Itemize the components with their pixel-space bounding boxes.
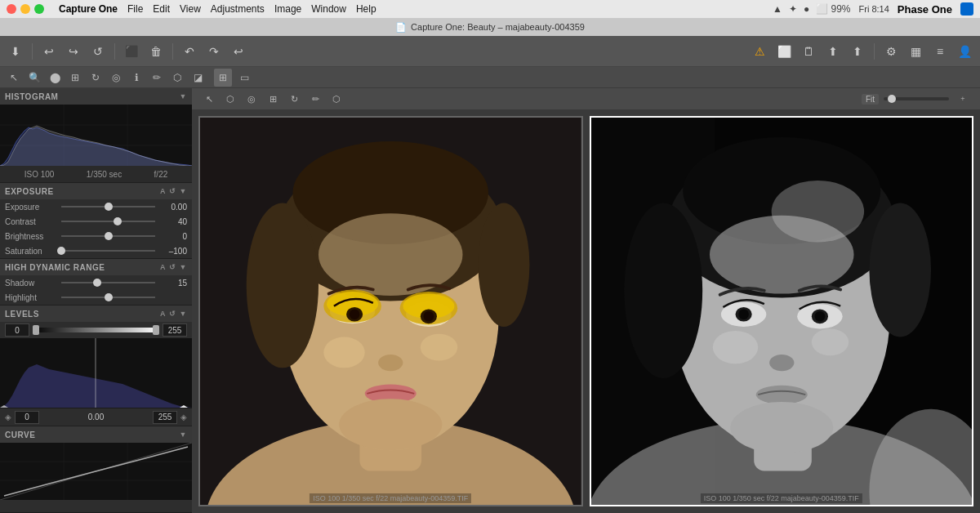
fit-button[interactable]: Fit <box>862 94 879 105</box>
photo-caption-bw: ISO 100 1/350 sec f/22 majabeauty-004359… <box>701 493 862 503</box>
curve-header[interactable]: CURVE ▼ <box>0 426 192 443</box>
exposure-value: 0.00 <box>158 203 187 212</box>
svg-point-59 <box>755 386 807 404</box>
crop-viewer-icon[interactable]: ⊞ <box>264 90 282 108</box>
menubar-right: ▲ ✦ ● ⬜ 99% Fri 8:14 Phase One <box>773 2 973 16</box>
cursor-viewer-icon[interactable]: ↖ <box>200 90 218 108</box>
spot-tool[interactable]: ◎ <box>107 69 125 87</box>
exposure-reset-icon[interactable]: ↺ <box>169 187 176 195</box>
menu-image[interactable]: Image <box>274 3 301 15</box>
levels-gradient-bar <box>33 328 159 332</box>
lasso-tool[interactable]: ⬤ <box>46 69 64 87</box>
levels-max-input[interactable] <box>163 323 187 337</box>
fullscreen-button[interactable] <box>34 4 44 14</box>
single-view-button[interactable]: ▭ <box>235 69 253 87</box>
menu-edit[interactable]: Edit <box>153 3 170 15</box>
mask2-viewer-icon[interactable]: ⬡ <box>327 90 345 108</box>
settings-button[interactable]: ⚙ <box>880 41 902 62</box>
close-button[interactable] <box>7 4 16 14</box>
brush-tool[interactable]: ✏ <box>148 69 166 87</box>
rotate-viewer-icon[interactable]: ↻ <box>285 90 303 108</box>
curve-menu-icon[interactable]: ▼ <box>180 430 187 439</box>
levels-right-handle[interactable] <box>153 325 159 335</box>
aperture-value: f/22 <box>154 170 168 179</box>
delete-button[interactable]: 🗑 <box>145 41 167 62</box>
hdr-menu-icon[interactable]: ▼ <box>180 263 187 271</box>
levels-min-input[interactable] <box>5 323 29 337</box>
crop-tool[interactable]: ⊞ <box>66 69 84 87</box>
levels-section: LEVELS A ↺ ▼ <box>0 306 192 426</box>
hdr-header[interactable]: HIGH DYNAMIC RANGE A ↺ ▼ <box>0 259 192 275</box>
highlight-slider[interactable] <box>61 297 155 298</box>
contrast-label: Contrast <box>5 217 58 226</box>
zoom-in-icon[interactable]: + <box>954 90 972 108</box>
app-name: Capture One <box>59 3 118 15</box>
copy-button[interactable]: ⬛ <box>121 41 142 62</box>
rotate-left-button[interactable]: ↺ <box>87 41 109 62</box>
info-tool[interactable]: ℹ <box>127 69 145 87</box>
grid-view-button[interactable]: ⊞ <box>214 69 232 87</box>
contrast-slider[interactable] <box>61 221 155 222</box>
mask-tool[interactable]: ⬡ <box>168 69 186 87</box>
levels-output-max[interactable] <box>153 411 177 424</box>
circle-viewer-icon[interactable]: ◎ <box>243 90 261 108</box>
zoom-slider[interactable] <box>884 97 949 100</box>
exposure-slider[interactable] <box>61 206 155 207</box>
hdr-row-highlight: Highlight <box>0 290 192 305</box>
histogram-header[interactable]: HISTOGRAM ▼ <box>0 88 192 105</box>
import-button[interactable]: ⬇ <box>5 41 26 62</box>
export-button[interactable]: ⬆ <box>822 41 844 62</box>
undo2-button[interactable]: ↶ <box>179 41 200 62</box>
reset-button[interactable]: ↩ <box>228 41 249 62</box>
brush-viewer-icon[interactable]: ✏ <box>306 90 324 108</box>
undo-button[interactable]: ↩ <box>38 41 60 62</box>
exposure-title: EXPOSURE <box>5 187 54 196</box>
levels-white-eyedropper[interactable]: ◈ <box>180 413 187 422</box>
menu-window[interactable]: Window <box>311 3 346 15</box>
filmstrip-button[interactable]: ⬜ <box>773 41 795 62</box>
levels-header[interactable]: LEVELS A ↺ ▼ <box>0 306 192 322</box>
menu-adjustments[interactable]: Adjustments <box>211 3 265 15</box>
exposure-row-brightness: Brightness 0 <box>0 229 192 243</box>
hdr-auto-icon[interactable]: A <box>160 263 166 271</box>
hdr-title: HIGH DYNAMIC RANGE <box>5 263 105 272</box>
warning-button[interactable]: ⚠ <box>749 41 770 62</box>
levels-auto-icon[interactable]: A <box>160 310 166 318</box>
svg-point-36 <box>339 399 442 450</box>
user-button[interactable]: 👤 <box>954 41 975 62</box>
brightness-slider[interactable] <box>61 235 155 237</box>
panels-button[interactable]: ≡ <box>929 41 951 62</box>
viewer-tools-left: ↖ ⬡ ◎ ⊞ ↻ ✏ ⬡ <box>200 90 345 108</box>
redo2-button[interactable]: ↷ <box>203 41 225 62</box>
airport-icon: ● <box>804 3 809 15</box>
saturation-slider[interactable] <box>61 250 155 252</box>
metadata-button[interactable]: 🗒 <box>798 41 819 62</box>
levels-menu-icon[interactable]: ▼ <box>180 310 187 318</box>
zoom-tool[interactable]: 🔍 <box>25 69 43 87</box>
copy-viewer-icon[interactable]: ⬡ <box>221 90 239 108</box>
exposure-menu-icon[interactable]: ▼ <box>180 187 187 195</box>
histogram-collapse-icon: ▼ <box>180 92 187 100</box>
export2-button[interactable]: ⬆ <box>847 41 868 62</box>
menu-view[interactable]: View <box>180 3 201 15</box>
levels-output-val: 0.00 <box>88 413 104 422</box>
hdr-reset-icon[interactable]: ↺ <box>169 263 176 271</box>
gradient-tool[interactable]: ◪ <box>189 69 207 87</box>
layout-button[interactable]: ▦ <box>905 41 926 62</box>
menu-file[interactable]: File <box>127 3 143 15</box>
menu-help[interactable]: Help <box>356 3 376 15</box>
svg-point-54 <box>738 309 749 319</box>
rotate-tool[interactable]: ↻ <box>87 69 105 87</box>
levels-reset-icon[interactable]: ↺ <box>169 310 176 318</box>
minimize-button[interactable] <box>20 4 30 14</box>
redo-button[interactable]: ↪ <box>63 41 84 62</box>
exposure-header[interactable]: EXPOSURE A ↺ ▼ <box>0 183 192 199</box>
shadow-slider[interactable] <box>61 282 155 283</box>
svg-point-50 <box>712 331 757 364</box>
cursor-tool[interactable]: ↖ <box>5 69 23 87</box>
levels-black-eyedropper[interactable]: ◈ <box>5 413 11 422</box>
levels-output-min[interactable] <box>15 411 39 424</box>
exposure-auto-icon[interactable]: A <box>160 187 166 195</box>
levels-left-handle[interactable] <box>33 325 39 335</box>
svg-point-58 <box>769 355 794 371</box>
